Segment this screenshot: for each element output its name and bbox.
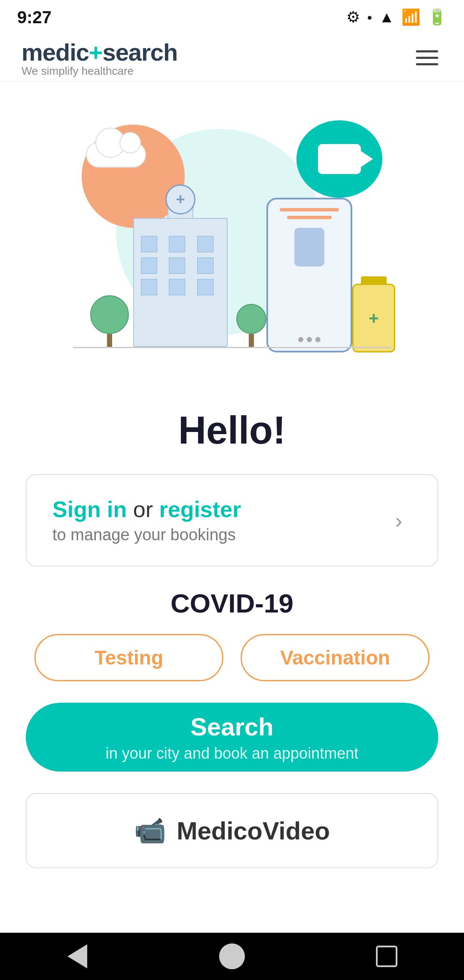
window-6 (197, 257, 214, 274)
window-1 (141, 236, 157, 252)
covid-title: COVID-19 (171, 588, 293, 619)
signin-arrow-icon: › (386, 508, 412, 533)
window-8 (169, 279, 185, 295)
phone-person-icon (294, 228, 324, 266)
cloud-decoration (86, 142, 189, 168)
logo-text: medic+search (21, 38, 177, 66)
logo-brand2: search (103, 39, 178, 66)
nav-back-button[interactable] (56, 939, 99, 974)
nav-home-button[interactable] (211, 939, 253, 974)
hero-section: + (0, 82, 464, 391)
signin-text: Sign in or register to manage your booki… (52, 496, 241, 544)
window-9 (197, 279, 214, 295)
signin-headline: Sign in or register (52, 496, 241, 522)
back-arrow-icon (67, 944, 87, 968)
covid-section: COVID-19 Testing Vaccination (26, 588, 438, 681)
cloud-body (86, 142, 146, 168)
tree-trunk-right (249, 334, 254, 347)
tree-canopy-right (236, 304, 266, 334)
phone-dot-1 (298, 337, 303, 342)
logo: medic+search We simplify healthcare (21, 38, 177, 78)
status-time: 9:27 (17, 8, 52, 27)
content-section: Hello! Sign in or register to manage you… (0, 391, 464, 885)
tree-right (236, 304, 266, 347)
window-2 (169, 236, 185, 252)
window-5 (169, 257, 185, 274)
tree-trunk-left (107, 334, 112, 347)
ground-line (73, 347, 391, 348)
video-camera-icon: 📹 (134, 815, 166, 846)
status-bar: 9:27 ⚙ ● ▲ 📶 🔋 (0, 0, 464, 34)
medicovideo-text: MedicoVideo (177, 816, 330, 845)
medicovideo-card[interactable]: 📹 MedicoVideo (26, 793, 438, 868)
logo-subtitle: We simplify healthcare (21, 64, 177, 78)
bottle-plus: + (369, 309, 379, 328)
status-icons: ⚙ ● ▲ 📶 🔋 (346, 8, 447, 26)
phone-mockup (266, 198, 352, 352)
phone-screen-line-2 (287, 216, 331, 219)
building-windows (134, 227, 227, 304)
tree-left (90, 295, 129, 347)
sign-in-link[interactable]: Sign in (52, 497, 127, 522)
signin-or: or (127, 497, 159, 522)
register-link[interactable]: register (159, 497, 241, 522)
building-plus-sign: + (165, 184, 195, 214)
hero-illustration: + (47, 107, 417, 374)
phone-screen-line-1 (280, 208, 339, 211)
hamburger-line-2 (416, 57, 438, 59)
video-call-bubble (296, 120, 382, 198)
dot-icon: ● (367, 12, 372, 22)
phone-dot-2 (307, 337, 312, 342)
window-4 (141, 257, 157, 274)
search-button-subtitle: in your city and book an appointment (106, 744, 358, 763)
bottle-cap (361, 276, 387, 285)
home-circle-icon (219, 943, 245, 969)
hospital-building: + (133, 218, 228, 347)
medicine-bottle: + (352, 284, 395, 352)
battery-icon: 🔋 (427, 8, 447, 26)
settings-icon: ⚙ (346, 8, 360, 26)
video-icon-shape (318, 144, 361, 174)
phone-dot-3 (315, 337, 321, 342)
signin-register-card[interactable]: Sign in or register to manage your booki… (26, 474, 438, 567)
window-3 (197, 236, 214, 252)
cloud-top2 (119, 132, 141, 153)
recent-square-icon (376, 946, 397, 967)
plus-symbol: + (176, 190, 185, 208)
wifi-icon: ▲ (379, 8, 394, 26)
phone-dots (298, 337, 321, 342)
logo-plus: + (89, 39, 103, 66)
signin-subtext: to manage your bookings (52, 526, 241, 544)
hamburger-line-3 (416, 63, 438, 65)
covid-buttons-row: Testing Vaccination (26, 634, 438, 681)
nav-recent-button[interactable] (365, 939, 408, 974)
covid-testing-button[interactable]: Testing (34, 634, 223, 681)
hello-title: Hello! (178, 408, 286, 453)
window-7 (141, 279, 157, 295)
logo-brand: medic (21, 39, 89, 66)
navbar: medic+search We simplify healthcare (0, 34, 464, 82)
covid-vaccination-button[interactable]: Vaccination (241, 634, 430, 681)
search-button-title: Search (190, 712, 273, 741)
signal-icon: 📶 (401, 8, 421, 26)
hamburger-menu-button[interactable] (412, 46, 443, 70)
video-icon-triangle (360, 150, 373, 168)
bottom-nav (0, 933, 464, 980)
search-button[interactable]: Search in your city and book an appointm… (26, 703, 438, 772)
hamburger-line-1 (416, 50, 438, 52)
tree-canopy-left (90, 295, 129, 334)
